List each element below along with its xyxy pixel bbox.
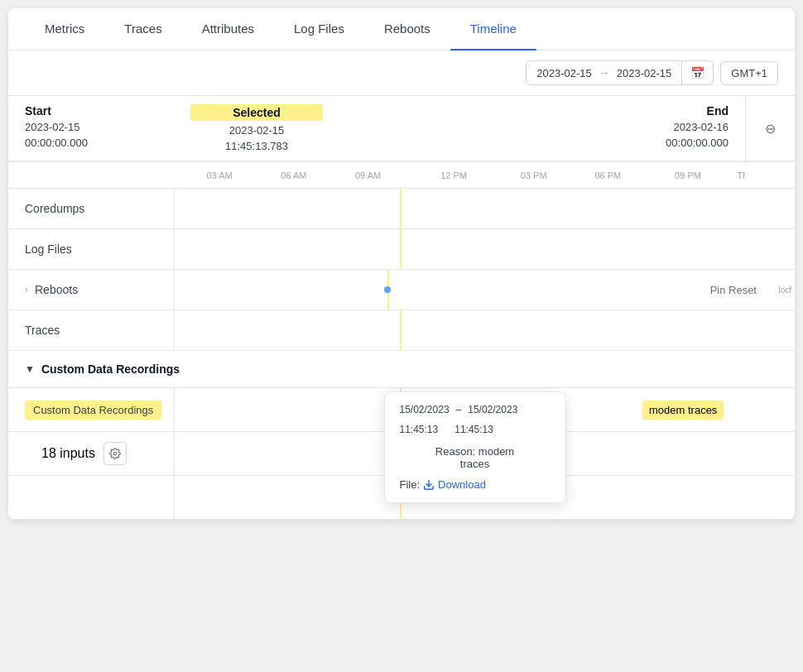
custom-rows: Custom Data Recordings 15/02/2023 – 15/0… xyxy=(8,388,795,520)
time-header-row: Start 2023-02-15 00:00:00.000 Selected 2… xyxy=(8,96,795,161)
main-container: Metrics Traces Attributes Log Files Rebo… xyxy=(8,8,795,520)
cdr-row-label: Custom Data Recordings xyxy=(25,401,161,420)
download-label: Download xyxy=(438,478,486,491)
svg-point-1 xyxy=(113,452,117,455)
start-time: 00:00:00.000 xyxy=(25,137,157,149)
axis-tick-03am: 03 AM xyxy=(207,170,233,180)
traces-label: Traces xyxy=(25,324,60,337)
popup-time-start: 11:45:13 xyxy=(400,424,439,435)
inputs-row: 18 inputs xyxy=(25,442,157,465)
axis-tick-09am: 09 AM xyxy=(355,170,381,180)
timeline-rows: Coredumps Log Files › Reboots xyxy=(8,189,795,351)
custom-section-title: Custom Data Recordings xyxy=(41,362,180,376)
axis-tick-thu: Thu xyxy=(738,170,745,180)
timeline-axis: 03 AM 06 AM 09 AM 12 PM 03 PM 06 PM 09 P… xyxy=(8,162,795,189)
time-col-start: Start 2023-02-15 00:00:00.000 xyxy=(8,96,174,161)
time-col-end: End 2023-02-16 00:00:00.000 xyxy=(339,96,745,161)
zoom-out-button[interactable]: ⊖ xyxy=(745,96,795,161)
date-end: 2023-02-15 xyxy=(617,67,672,79)
selected-date: 2023-02-15 xyxy=(190,124,323,137)
popup-end-date: 15/02/2023 xyxy=(468,404,517,415)
tab-log-files[interactable]: Log Files xyxy=(274,8,364,50)
table-row: Traces xyxy=(8,310,795,350)
axis-tick-03pm: 03 PM xyxy=(521,170,547,180)
start-label: Start xyxy=(25,104,157,118)
logfiles-label: Log Files xyxy=(25,242,72,256)
coredumps-label: Coredumps xyxy=(25,202,84,215)
list-item: Custom Data Recordings 15/02/2023 – 15/0… xyxy=(8,388,795,432)
reboots-annotation: Pin Reset xyxy=(604,284,770,296)
reboots-right-note: locf xyxy=(770,286,795,295)
axis-tick-09pm: 09 PM xyxy=(675,170,701,180)
cdr-annotation: modem traces xyxy=(642,401,724,420)
popup-dates: 15/02/2023 – 15/02/2023 xyxy=(400,404,551,415)
selected-time: 11:45:13.783 xyxy=(190,140,323,152)
popup-reason: Reason: modemtraces xyxy=(400,445,551,470)
inputs-label-cell: 18 inputs xyxy=(8,442,174,465)
popup-reason-label: Reason: xyxy=(435,445,475,458)
calendar-button[interactable]: 📅 xyxy=(682,60,714,85)
row-label-traces: Traces xyxy=(8,324,174,337)
gear-button[interactable] xyxy=(103,442,127,465)
popup-dash: – xyxy=(456,404,462,415)
time-header-section: Start 2023-02-15 00:00:00.000 Selected 2… xyxy=(8,95,795,162)
traces-track xyxy=(174,310,629,350)
popup-times: 11:45:13 11:45:13 xyxy=(400,424,551,435)
date-range-arrow: → xyxy=(599,66,610,79)
custom-data-section-header[interactable]: ▼ Custom Data Recordings xyxy=(8,351,795,388)
table-row: Log Files xyxy=(8,229,795,270)
reboots-label: Reboots xyxy=(35,283,78,296)
cdr-label-cell: Custom Data Recordings xyxy=(8,401,174,420)
popup-file: File: Download xyxy=(400,478,551,491)
cdr-annotation-cell: modem traces xyxy=(629,401,795,420)
tab-reboots[interactable]: Reboots xyxy=(364,8,450,50)
coredumps-track xyxy=(174,189,629,228)
nav-tabs: Metrics Traces Attributes Log Files Rebo… xyxy=(8,8,795,50)
cdr-popup: 15/02/2023 – 15/02/2023 11:45:13 11:45:1… xyxy=(384,391,566,503)
inputs-label: 18 inputs xyxy=(41,446,95,461)
popup-start-date: 15/02/2023 xyxy=(400,404,450,415)
tab-timeline[interactable]: Timeline xyxy=(450,8,536,50)
popup-time-end: 11:45:13 xyxy=(454,424,493,435)
end-time: 00:00:00.000 xyxy=(356,137,728,149)
custom-section-expand-icon: ▼ xyxy=(25,363,35,375)
end-label: End xyxy=(356,104,728,118)
tab-traces[interactable]: Traces xyxy=(104,8,181,50)
logfiles-track xyxy=(174,229,629,269)
axis-tick-12pm: 12 PM xyxy=(440,170,467,180)
pin-reset-label: Pin Reset xyxy=(710,284,757,296)
row-label-coredumps: Coredumps xyxy=(8,202,174,215)
time-header-labels: Start 2023-02-15 00:00:00.000 Selected 2… xyxy=(8,96,745,161)
date-start: 2023-02-15 xyxy=(536,67,592,79)
timezone-button[interactable]: GMT+1 xyxy=(720,61,778,85)
row-label-reboots: › Reboots xyxy=(8,283,174,296)
popup-file-label: File: xyxy=(400,478,421,491)
reboots-track xyxy=(174,270,604,310)
date-range-selector[interactable]: 2023-02-15 → 2023-02-15 xyxy=(526,60,682,85)
end-date: 2023-02-16 xyxy=(356,121,728,133)
row-label-logfiles: Log Files xyxy=(8,242,174,256)
tab-metrics[interactable]: Metrics xyxy=(25,8,104,50)
axis-tick-06pm: 06 PM xyxy=(594,170,621,180)
gear-icon xyxy=(109,448,121,459)
traces-timeline-marker xyxy=(400,310,402,350)
logfiles-timeline-marker xyxy=(400,229,402,269)
tab-attributes[interactable]: Attributes xyxy=(182,8,274,50)
download-icon xyxy=(423,479,435,491)
reboots-dot-marker xyxy=(384,286,391,293)
reboots-expand-icon[interactable]: › xyxy=(25,284,28,295)
coredumps-timeline-marker xyxy=(400,189,402,228)
axis-tick-06am: 06 AM xyxy=(281,170,306,180)
cdr-track[interactable]: 15/02/2023 – 15/02/2023 11:45:13 11:45:1… xyxy=(174,388,629,431)
start-date: 2023-02-15 xyxy=(25,121,157,133)
selected-label: Selected xyxy=(190,104,323,121)
download-link[interactable]: Download xyxy=(423,478,486,491)
time-col-selected: Selected 2023-02-15 11:45:13.783 xyxy=(174,96,339,161)
table-row: › Reboots Pin Reset locf xyxy=(8,270,795,310)
axis-ticks: 03 AM 06 AM 09 AM 12 PM 03 PM 06 PM 09 P… xyxy=(174,162,745,188)
table-row: Coredumps xyxy=(8,189,795,229)
date-range-bar: 2023-02-15 → 2023-02-15 📅 GMT+1 xyxy=(8,50,795,95)
